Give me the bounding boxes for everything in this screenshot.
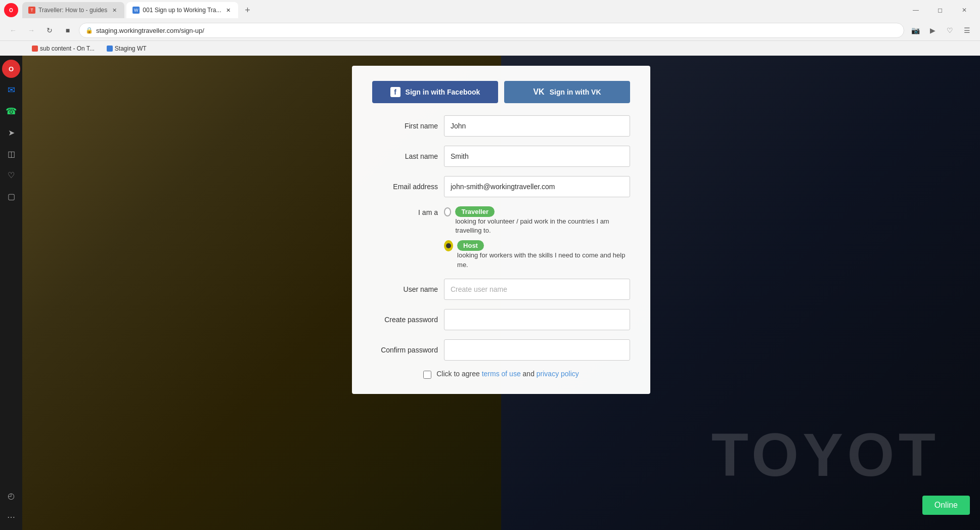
username-input[interactable] [444, 279, 630, 300]
new-tab-button[interactable]: + [240, 3, 254, 17]
terms-prefix: Click to agree [436, 370, 481, 378]
create-password-input[interactable] [444, 309, 630, 330]
forward-button[interactable]: → [24, 23, 38, 37]
terms-of-use-link[interactable]: terms of use [482, 370, 521, 378]
messenger-icon[interactable]: ✉ [2, 81, 20, 99]
tab1-close-button[interactable]: ✕ [110, 6, 118, 14]
opera-logo-icon[interactable]: O [4, 3, 18, 17]
create-password-label: Create password [372, 316, 438, 324]
address-bar[interactable]: 🔒 staging.workingtraveller.com/sign-up/ [79, 23, 904, 38]
opera-sidebar-icon[interactable]: O [2, 60, 20, 78]
bookmark2-label: Staging WT [115, 45, 147, 52]
tab-signup[interactable]: W 001 Sign up to Working Tra... ✕ [126, 2, 238, 18]
role-label: I am a [372, 206, 438, 270]
privacy-policy-link[interactable]: privacy policy [537, 370, 579, 378]
tab2-close-button[interactable]: ✕ [224, 6, 232, 14]
svg-text:O: O [9, 8, 13, 13]
traveller-option-inner: Traveller looking for volunteer / paid w… [455, 206, 630, 235]
address-bar-row: ← → ↻ ■ 🔒 staging.workingtraveller.com/s… [0, 20, 980, 40]
restore-button[interactable]: ◻ [928, 2, 952, 18]
traveller-badge: Traveller [455, 206, 495, 217]
host-option-inner: Host looking for workers with the skills… [457, 240, 630, 269]
confirm-password-row: Confirm password [372, 339, 630, 361]
address-text: staging.workingtraveller.com/sign-up/ [96, 27, 898, 34]
first-name-label: First name [372, 122, 438, 130]
extensions-button[interactable]: ■ [61, 23, 75, 37]
confirm-password-label: Confirm password [372, 346, 438, 354]
title-bar: O T Traveller: How to - guides ✕ W 001 S… [0, 0, 980, 20]
settings-sidebar-icon[interactable]: ⋯ [2, 508, 20, 526]
back-button[interactable]: ← [6, 23, 20, 37]
facebook-icon: f [390, 87, 400, 97]
facebook-signin-button[interactable]: f Sign in with Facebook [372, 81, 498, 103]
apps-icon[interactable]: ◫ [2, 145, 20, 163]
history-icon[interactable]: ◴ [2, 487, 20, 505]
first-name-input[interactable] [444, 115, 630, 137]
menu-icon[interactable]: ☰ [960, 23, 974, 37]
vk-icon: VK [533, 87, 544, 97]
email-row: Email address [372, 176, 630, 197]
email-input[interactable] [444, 176, 630, 197]
first-name-row: First name [372, 115, 630, 137]
heart-icon[interactable]: ♡ [943, 23, 957, 37]
bookmarks-bar: sub content - On T... Staging WT [0, 40, 980, 56]
create-password-row: Create password [372, 309, 630, 330]
last-name-input[interactable] [444, 146, 630, 167]
browser-chrome: O T Traveller: How to - guides ✕ W 001 S… [0, 0, 980, 56]
last-name-label: Last name [372, 152, 438, 160]
terms-row: Click to agree terms of use and privacy … [372, 370, 630, 379]
close-button[interactable]: ✕ [953, 2, 976, 18]
bookmark-staging-wt[interactable]: Staging WT [103, 44, 151, 53]
terms-checkbox[interactable] [423, 371, 431, 379]
bookmark1-favicon [32, 46, 38, 52]
last-name-row: Last name [372, 146, 630, 167]
social-buttons: f Sign in with Facebook VK Sign in with … [372, 81, 630, 103]
tab1-favicon: T [28, 7, 35, 14]
vk-signin-button[interactable]: VK Sign in with VK [504, 81, 630, 103]
browser-sidebar: O ✉ ☎ ➤ ◫ ♡ ▢ ◴ ⋯ [0, 56, 22, 530]
tab2-favicon: W [132, 7, 140, 14]
host-badge: Host [457, 240, 484, 251]
window-controls: — ◻ ✕ [904, 2, 976, 18]
main-content: TOYOT f Sign in with Facebook VK Sign in… [22, 56, 980, 530]
bookmark2-favicon [107, 46, 113, 52]
traveller-radio[interactable] [444, 207, 451, 216]
bookmark-sub-content[interactable]: sub content - On T... [28, 44, 99, 53]
role-options: Traveller looking for volunteer / paid w… [444, 206, 630, 270]
host-desc: looking for workers with the skills I ne… [457, 251, 630, 269]
tab1-title: Traveller: How to - guides [38, 7, 107, 14]
minimize-button[interactable]: — [904, 2, 927, 18]
facebook-label: Sign in with Facebook [406, 88, 480, 96]
signup-form-panel: f Sign in with Facebook VK Sign in with … [352, 66, 650, 394]
username-label: User name [372, 285, 438, 293]
refresh-button[interactable]: ↻ [42, 23, 57, 37]
online-status-badge: Online [922, 496, 970, 515]
whatsapp-icon[interactable]: ☎ [2, 102, 20, 120]
security-lock-icon: 🔒 [85, 27, 93, 34]
confirm-password-input[interactable] [444, 339, 630, 361]
vk-label: Sign in with VK [550, 88, 601, 96]
cast-icon[interactable]: ▶ [925, 23, 940, 37]
traveller-desc: looking for volunteer / paid work in the… [455, 217, 630, 235]
bookmark1-label: sub content - On T... [40, 45, 95, 52]
toolbar-icons: 📷 ▶ ♡ ☰ [908, 23, 974, 37]
news-icon[interactable]: ▢ [2, 187, 20, 205]
host-radio[interactable] [444, 240, 453, 251]
terms-connector: and [521, 370, 537, 378]
arrow-right-icon[interactable]: ➤ [2, 123, 20, 142]
host-option: Host looking for workers with the skills… [444, 240, 630, 269]
tab-traveller-guides[interactable]: T Traveller: How to - guides ✕ [22, 2, 124, 18]
role-row: I am a Traveller looking for volunteer /… [372, 206, 630, 270]
camera-icon[interactable]: 📷 [908, 23, 922, 37]
traveller-option: Traveller looking for volunteer / paid w… [444, 206, 630, 235]
username-row: User name [372, 279, 630, 300]
tab2-title: 001 Sign up to Working Tra... [143, 7, 221, 14]
host-radio-inner [446, 243, 451, 248]
email-label: Email address [372, 183, 438, 191]
terms-text: Click to agree terms of use and privacy … [436, 370, 579, 378]
favorites-icon[interactable]: ♡ [2, 166, 20, 184]
bg-toyota-text: TOYOT [711, 420, 940, 490]
